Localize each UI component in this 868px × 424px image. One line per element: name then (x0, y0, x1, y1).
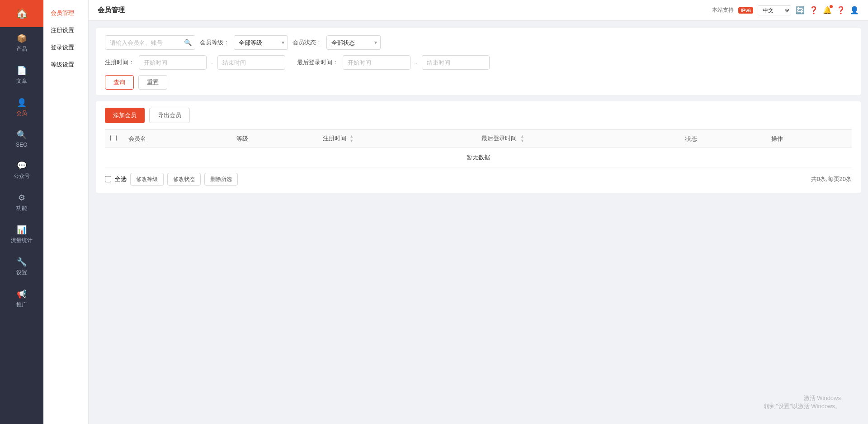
status-select[interactable]: 全部状态 正常 禁用 待审核 (326, 35, 381, 50)
action-row: 添加会员 导出会员 (105, 108, 852, 123)
sidebar-item-analytics[interactable]: 📊 流量统计 (0, 219, 43, 251)
sidebar-logo[interactable]: 🏠 (0, 0, 43, 27)
select-all-label: 全选 (115, 175, 127, 183)
modify-status-button[interactable]: 修改状态 (167, 173, 201, 186)
settings-icon: 🔧 (17, 257, 27, 267)
sidebar-item-promote[interactable]: 📢 推广 (0, 283, 43, 315)
table-header-operation: 操作 (766, 130, 852, 148)
table-footer: 全选 修改等级 修改状态 删除所选 共0条,每页20条 (105, 167, 852, 186)
filter-row-3: 查询 重置 (105, 75, 852, 90)
sidebar-item-function[interactable]: ⚙ 功能 (0, 186, 43, 219)
sub-sidebar: 会员管理 注册设置 登录设置 等级设置 (43, 0, 89, 424)
analytics-icon: 📊 (17, 225, 27, 235)
question-circle-icon[interactable]: ❓ (836, 6, 845, 14)
sidebar-item-seo[interactable]: 🔍 SEO (0, 124, 43, 154)
search-button[interactable]: 🔍 (184, 39, 192, 46)
reset-button[interactable]: 重置 (138, 75, 167, 90)
sidebar-label-settings: 设置 (16, 269, 27, 276)
status-select-wrap: 全部状态 正常 禁用 待审核 (326, 35, 381, 50)
notification-dot (830, 5, 833, 8)
top-header: 会员管理 本站支持 IPv6 中文 English 🔄 ❓ 🔔 ❓ 👤 (89, 0, 868, 21)
table-header-reg-time[interactable]: 注册时间 ▲ ▼ (317, 130, 476, 148)
table-body: 暂无数据 (105, 148, 852, 167)
page-title: 会员管理 (98, 6, 125, 14)
sort-icon-reg-time: ▲ ▼ (349, 134, 354, 143)
table-header-checkbox (105, 130, 123, 148)
member-icon: 👤 (17, 98, 27, 108)
notification-icon[interactable]: 🔔 (823, 6, 832, 14)
filter-row-1: 🔍 会员等级： 全部等级 普通会员 VIP会员 高级会员 会员状态： 全部状态 … (105, 35, 852, 50)
reg-end-date[interactable] (217, 55, 285, 70)
date-separator-2: - (415, 59, 417, 66)
modify-level-button[interactable]: 修改等级 (130, 173, 164, 186)
footer-select-all-checkbox[interactable] (105, 176, 111, 182)
wechat-icon: 💬 (17, 161, 27, 171)
promote-icon: 📢 (17, 289, 27, 299)
reg-time-label: 注册时间： (105, 58, 134, 67)
sidebar-label-member: 会员 (16, 110, 27, 117)
action-area: 添加会员 导出会员 会员名 等级 (96, 101, 861, 193)
empty-row: 暂无数据 (105, 148, 852, 167)
last-login-end-date[interactable] (422, 55, 490, 70)
sidebar-item-wechat[interactable]: 💬 公众号 (0, 154, 43, 186)
level-label: 会员等级： (200, 38, 229, 47)
sidebar-item-settings[interactable]: 🔧 设置 (0, 251, 43, 283)
site-support-label: 本站支持 (712, 6, 734, 14)
table-header-last-login[interactable]: 最后登录时间 ▲ ▼ (476, 130, 680, 148)
table-header-level: 等级 (231, 130, 317, 148)
refresh-icon[interactable]: 🔄 (796, 6, 805, 14)
date-separator-1: - (211, 59, 213, 66)
user-avatar-icon[interactable]: 👤 (850, 6, 859, 14)
sidebar-item-article[interactable]: 📄 文章 (0, 59, 43, 91)
sidebar-label-article: 文章 (16, 77, 27, 85)
main-content: 会员管理 本站支持 IPv6 中文 English 🔄 ❓ 🔔 ❓ 👤 (89, 0, 868, 424)
filter-row-2: 注册时间： - 最后登录时间： - (105, 55, 852, 70)
help-icon[interactable]: ❓ (809, 6, 818, 14)
sidebar-label-seo: SEO (16, 142, 27, 148)
filter-panel: 🔍 会员等级： 全部等级 普通会员 VIP会员 高级会员 会员状态： 全部状态 … (96, 28, 861, 95)
delete-selected-button[interactable]: 删除所选 (204, 173, 238, 186)
content-area: 🔍 会员等级： 全部等级 普通会员 VIP会员 高级会员 会员状态： 全部状态 … (89, 21, 868, 200)
article-icon: 📄 (17, 66, 27, 76)
home-icon: 🏠 (16, 8, 28, 19)
sidebar-label-product: 产品 (16, 45, 27, 53)
query-button[interactable]: 查询 (105, 75, 134, 90)
sidebar-item-member[interactable]: 👤 会员 (0, 91, 43, 124)
sidebar-label-promote: 推广 (16, 301, 27, 309)
sidebar-label-wechat: 公众号 (14, 172, 30, 180)
product-icon: 📦 (17, 33, 27, 43)
ipv6-badge: IPv6 (738, 7, 753, 14)
export-member-button[interactable]: 导出会员 (149, 108, 190, 123)
sidebar-label-analytics: 流量统计 (11, 237, 33, 244)
sub-sidebar-item-register-settings[interactable]: 注册设置 (43, 22, 88, 39)
sidebar-label-function: 功能 (16, 205, 27, 212)
footer-left: 全选 修改等级 修改状态 删除所选 (105, 173, 238, 186)
header-right: 本站支持 IPv6 中文 English 🔄 ❓ 🔔 ❓ 👤 (712, 5, 859, 15)
last-login-start-date[interactable] (343, 55, 410, 70)
reg-start-date[interactable] (139, 55, 207, 70)
add-member-button[interactable]: 添加会员 (105, 108, 145, 123)
status-label: 会员状态： (292, 38, 322, 47)
select-all-checkbox[interactable] (110, 135, 117, 141)
search-input[interactable] (105, 35, 195, 50)
search-input-wrap: 🔍 (105, 35, 195, 50)
footer-total: 共0条,每页20条 (811, 175, 852, 183)
table-header-name: 会员名 (123, 130, 231, 148)
sub-sidebar-item-member-manage[interactable]: 会员管理 (43, 5, 88, 22)
seo-icon: 🔍 (17, 130, 27, 140)
member-table: 会员名 等级 注册时间 ▲ ▼ 最后 (105, 129, 852, 167)
language-select[interactable]: 中文 English (758, 5, 791, 15)
function-icon: ⚙ (18, 193, 25, 203)
sort-icon-last-login: ▲ ▼ (520, 134, 524, 143)
sub-sidebar-item-level-settings[interactable]: 等级设置 (43, 56, 88, 73)
empty-tip: 暂无数据 (105, 148, 852, 167)
last-login-label: 最后登录时间： (297, 58, 338, 67)
level-select[interactable]: 全部等级 普通会员 VIP会员 高级会员 (234, 35, 288, 50)
language-select-wrap: 中文 English (758, 5, 791, 15)
table-header-row: 会员名 等级 注册时间 ▲ ▼ 最后 (105, 130, 852, 148)
level-select-wrap: 全部等级 普通会员 VIP会员 高级会员 (234, 35, 288, 50)
table-header-status: 状态 (680, 130, 766, 148)
sidebar: 🏠 📦 产品 📄 文章 👤 会员 🔍 SEO 💬 公众号 ⚙ 功能 📊 流量统计… (0, 0, 43, 424)
sub-sidebar-item-login-settings[interactable]: 登录设置 (43, 39, 88, 56)
sidebar-item-product[interactable]: 📦 产品 (0, 27, 43, 59)
